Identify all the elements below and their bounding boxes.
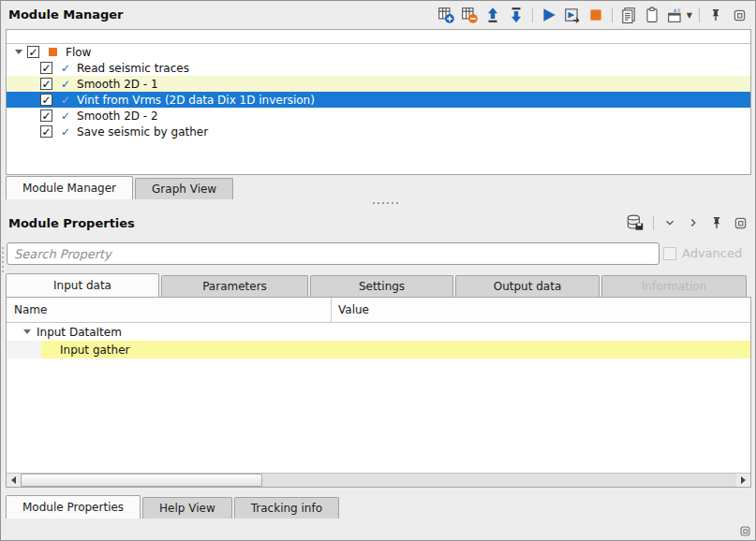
tab-label: Output data	[494, 280, 562, 293]
horizontal-scrollbar[interactable]	[7, 473, 750, 487]
toolbar-drag-handle[interactable]	[2, 247, 4, 272]
module-manager-title: Module Manager	[8, 7, 124, 22]
tree-row-module[interactable]: ✓ ✓ Smooth 2D - 1	[7, 76, 750, 92]
properties-tabbar: Input data Parameters Settings Output da…	[6, 273, 747, 297]
svg-text:y: y	[677, 7, 680, 13]
tab-output-data[interactable]: Output data	[455, 275, 600, 297]
remove-module-icon[interactable]	[460, 6, 479, 24]
module-checkbox[interactable]: ✓	[40, 78, 52, 90]
float-panel-icon[interactable]	[731, 213, 749, 232]
tab-module-manager[interactable]: Module Manager	[6, 176, 133, 199]
move-down-icon[interactable]	[507, 6, 526, 24]
tab-tracking-info[interactable]: Tracking info	[234, 497, 339, 519]
arrow-left-icon	[11, 476, 16, 484]
advanced-option: Advanced	[663, 246, 742, 260]
properties-table: Name Value Input DataItem Input gather	[6, 297, 751, 488]
tab-help-view[interactable]: Help View	[142, 497, 232, 519]
restore-window-icon[interactable]	[739, 525, 751, 537]
tree-label: Flow	[66, 46, 91, 59]
float-panel-icon[interactable]	[730, 6, 749, 24]
tab-label: Graph View	[152, 183, 216, 196]
tree-row-module[interactable]: ✓ ✓ Save seismic by gather	[7, 124, 750, 139]
expander-icon[interactable]	[23, 329, 31, 334]
column-header-value[interactable]: Value	[332, 298, 750, 322]
tree-label: Smooth 2D - 2	[77, 110, 158, 123]
tab-label: Settings	[359, 280, 405, 293]
tab-label: Help View	[159, 502, 215, 515]
toolbar-separator	[612, 8, 613, 22]
tab-label: Input data	[53, 279, 111, 292]
module-check-icon: ✓	[61, 78, 70, 91]
table-row-input-dataitem[interactable]: Input DataItem	[7, 323, 750, 341]
svg-text:x: x	[674, 7, 677, 13]
tree-label: Vint from Vrms (2D data Dix 1D inversion…	[77, 94, 315, 107]
row-label: Input gather	[60, 344, 129, 357]
tab-input-data[interactable]: Input data	[6, 273, 159, 297]
module-checkbox[interactable]: ✓	[40, 110, 52, 122]
row-indent-gutter	[7, 341, 41, 358]
tree-label: Smooth 2D - 1	[77, 78, 158, 91]
view-tabbar: Module Manager Graph View	[6, 176, 235, 199]
table-row-input-gather[interactable]: Input gather	[7, 341, 750, 358]
paste-icon[interactable]	[643, 6, 661, 24]
scroll-right-button[interactable]	[736, 474, 750, 487]
advanced-checkbox[interactable]	[663, 247, 676, 260]
tree-row-module-selected[interactable]: ✓ ✓ Vint from Vrms (2D data Dix 1D inver…	[7, 92, 750, 108]
module-check-icon: ✓	[61, 94, 70, 107]
tab-label: Tracking info	[251, 502, 322, 515]
toolbar-separator	[653, 216, 654, 230]
run-flow-icon[interactable]	[563, 6, 582, 24]
tab-module-properties[interactable]: Module Properties	[6, 495, 141, 519]
toolbar-separator	[532, 8, 533, 22]
pin-icon[interactable]	[706, 6, 725, 24]
chevron-right-icon[interactable]	[684, 213, 703, 232]
arrow-right-icon	[741, 476, 746, 484]
tree-row-flow[interactable]: ✓ Flow	[7, 44, 750, 60]
row-highlight-cell: Input gather	[41, 341, 750, 358]
tree-row-module[interactable]: ✓ ✓ Smooth 2D - 2	[7, 108, 750, 124]
move-up-icon[interactable]	[483, 6, 502, 24]
tree-label: Read seismic traces	[77, 62, 189, 75]
module-check-icon: ✓	[61, 62, 70, 75]
add-module-icon[interactable]	[437, 6, 455, 24]
tab-label: Module Properties	[22, 501, 124, 514]
stop-icon[interactable]	[586, 6, 605, 24]
advanced-label: Advanced	[682, 246, 742, 260]
module-checkbox[interactable]: ✓	[40, 94, 52, 106]
module-check-icon: ✓	[61, 110, 70, 123]
splitter-handle[interactable]	[373, 202, 398, 204]
chevron-down-icon[interactable]	[660, 213, 679, 232]
table-header: Name Value	[7, 298, 750, 323]
scrollbar-track[interactable]	[262, 474, 736, 487]
tab-settings[interactable]: Settings	[310, 275, 453, 297]
tab-information: Information	[601, 275, 747, 297]
scroll-left-button[interactable]	[7, 474, 21, 487]
replica-window-icon[interactable]: x y	[666, 6, 685, 24]
module-checkbox[interactable]: ✓	[40, 125, 52, 138]
tab-graph-view[interactable]: Graph View	[135, 178, 233, 199]
search-input[interactable]	[7, 242, 660, 265]
flow-square-icon	[49, 48, 57, 56]
module-properties-toolbar	[624, 213, 749, 232]
search-property-field	[7, 242, 660, 265]
dropdown-caret-icon[interactable]: ▼	[687, 11, 692, 20]
tree-row-module[interactable]: ✓ ✓ Read seismic traces	[7, 60, 750, 76]
module-check-icon: ✓	[61, 125, 70, 139]
tab-label: Information	[642, 280, 706, 293]
column-header-name[interactable]: Name	[7, 298, 332, 322]
expander-icon[interactable]	[15, 50, 22, 54]
flow-tree: ✓ Flow ✓ ✓ Read seismic traces ✓ ✓ Smoot…	[6, 29, 751, 175]
scrollbar-thumb[interactable]	[21, 474, 262, 487]
module-checkbox[interactable]: ✓	[40, 62, 52, 74]
database-save-icon[interactable]	[624, 213, 646, 232]
tree-label: Save seismic by gather	[77, 125, 208, 139]
module-properties-title: Module Properties	[8, 216, 135, 230]
tab-label: Parameters	[202, 280, 267, 293]
tree-header-strip	[7, 30, 750, 44]
tab-parameters[interactable]: Parameters	[161, 275, 308, 297]
report-icon[interactable]	[619, 6, 638, 24]
flow-checkbox[interactable]: ✓	[27, 46, 39, 58]
application-window: Module Manager	[0, 0, 756, 541]
pin-icon[interactable]	[707, 213, 726, 232]
run-icon[interactable]	[540, 6, 558, 24]
